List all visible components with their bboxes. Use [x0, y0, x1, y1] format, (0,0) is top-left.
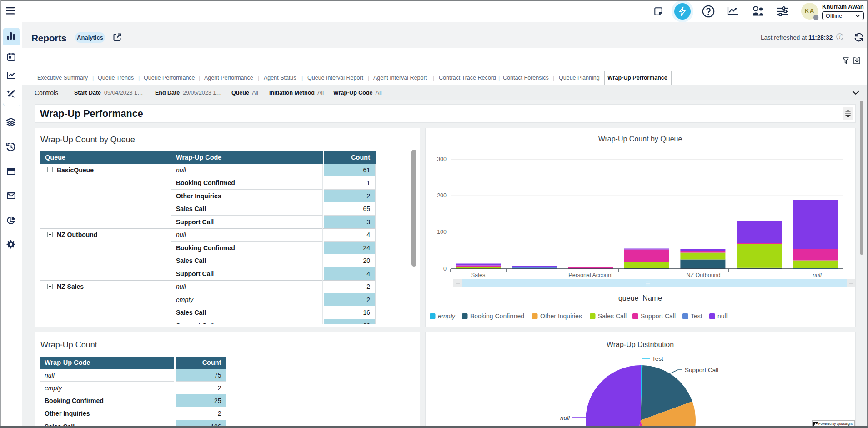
svg-text:NZ Outbound: NZ Outbound [686, 272, 720, 278]
svg-text:100: 100 [437, 229, 447, 235]
svg-text:Test: Test [652, 355, 663, 362]
svg-text:Other Inquiries: Other Inquiries [540, 312, 582, 320]
svg-text:queue_Name: queue_Name [618, 294, 662, 302]
svg-text:Test: Test [691, 312, 702, 320]
svg-text:Wrap-Up Distribution: Wrap-Up Distribution [607, 341, 674, 348]
svg-text:Support Call: Support Call [641, 312, 676, 320]
svg-text:null: null [813, 272, 822, 278]
svg-text:Sales Call: Sales Call [598, 312, 627, 320]
svg-text:0: 0 [443, 266, 447, 272]
svg-text:Wrap-Up Count by Queue: Wrap-Up Count by Queue [598, 135, 682, 143]
svg-text:300: 300 [437, 156, 447, 162]
svg-text:empty: empty [438, 312, 456, 320]
svg-text:i: i [839, 35, 841, 40]
svg-text:Sales: Sales [471, 272, 485, 278]
svg-text:null: null [717, 312, 728, 320]
svg-text:Personal Account: Personal Account [568, 272, 613, 278]
svg-text:Support Call: Support Call [685, 367, 718, 373]
svg-text:Booking Confirmed: Booking Confirmed [470, 312, 524, 320]
svg-text:200: 200 [437, 192, 447, 199]
svg-text:null: null [560, 414, 570, 421]
